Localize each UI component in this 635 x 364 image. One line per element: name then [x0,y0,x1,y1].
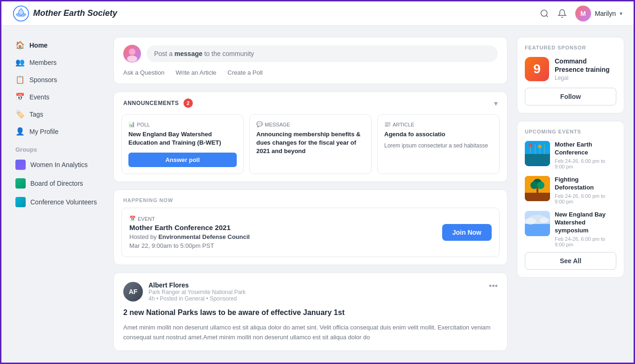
sidebar-item-tags[interactable]: 🏷️ Tags [11,106,104,122]
post-box: Post a message to the community Ask a Qu… [113,37,508,84]
announcement-article: 📰 ARTICLE Agenda fo associatio Lorem ips… [377,114,500,174]
sponsor-logo: 9 [525,57,549,81]
sidebar-item-myprofile[interactable]: 👤 My Profile [11,123,104,140]
event-thumb-conference [525,141,550,166]
tags-icon: 🏷️ [15,110,25,119]
svg-point-1 [541,10,547,16]
event-calendar-icon: 📅 [129,216,136,222]
main-content: Post a message to the community Ask a Qu… [113,37,508,351]
post-input-field[interactable]: Post a message to the community [147,45,498,62]
event-info: 📅 EVENT Mother Earth Conference 2021 Hos… [129,216,250,249]
article-icon: 📰 [384,121,391,127]
event-3-details: New England Bay Watershed symposium Feb … [555,211,616,247]
sidebar-item-women-analytics[interactable]: Women In Analytics [11,156,104,174]
groups-section-title: Groups [11,140,104,156]
svg-rect-23 [525,224,550,236]
event-thumb-deforestation [525,176,550,201]
post-author-info: Albert Flores Park Ranger at Yosemite Na… [148,281,246,302]
event-3-date: Feb 24-26, 6:00 pm to 9:00 pm [555,236,616,247]
sponsor-details: Command Presence training Legal [555,57,616,81]
upcoming-event-1[interactable]: Mother Earth Conference Feb 24-26, 6:00 … [525,141,616,169]
announcement-message-title: Announcing membership benefits & dues ch… [256,130,365,156]
event-1-details: Mother Earth Conference Feb 24-26, 6:00 … [555,141,616,169]
event-time: Mar 22, 9:00am to 5:00pm PST [129,242,250,249]
upcoming-events-title: UPCOMING EVENTS [525,129,616,134]
announcements-chevron-icon[interactable]: ▾ [494,99,498,108]
svg-line-2 [546,15,548,17]
create-poll-button[interactable]: Create a Poll [227,69,262,76]
chevron-down-icon: ▾ [620,10,622,17]
post-input-row: Post a message to the community [123,45,498,63]
avatar: M [575,6,591,21]
sidebar-item-conf-volunteers[interactable]: Conference Volunteers [11,193,104,211]
poll-icon: 📊 [128,121,135,127]
happening-now-event: 📅 EVENT Mother Earth Conference 2021 Hos… [121,208,500,257]
post-author-title: Park Ranger at Yosemite National Park [148,289,246,295]
right-sidebar: FEATURED SPONSOR 9 Command Presence trai… [517,37,624,351]
featured-sponsor-title: FEATURED SPONSOR [525,45,616,50]
answer-poll-button[interactable]: Answer poll [128,153,237,167]
announcements-badge: 2 [183,98,193,108]
event-host: Hosted by Environmental Defense Council [129,233,250,240]
svg-rect-6 [525,141,550,154]
see-all-events-button[interactable]: See All [525,252,616,270]
home-icon: 🏠 [15,41,25,49]
post-author-meta: 4h • Posted in General • Sponsored [148,295,246,302]
post-card-header: AF Albert Flores Park Ranger at Yosemite… [123,281,498,302]
events-icon: 📅 [15,92,25,101]
topnav-right: M Marilyn ▾ [540,6,622,21]
sidebar-item-home[interactable]: 🏠 Home [11,37,104,53]
post-menu-icon[interactable]: ••• [489,281,498,291]
message-icon: 💬 [256,121,263,127]
conf-volunteers-group-icon [15,197,26,207]
announcement-type-message: 💬 MESSAGE [256,121,365,127]
sponsor-name: Command Presence training [555,57,616,74]
sidebar-item-board-directors[interactable]: Board of Directors [11,175,104,192]
ask-question-button[interactable]: Ask a Question [123,69,164,76]
members-icon: 👥 [15,58,25,67]
sidebar-navigation: 🏠 Home 👥 Members 📋 Sponsors 📅 Events 🏷️ … [11,37,104,140]
page-layout: 🏠 Home 👥 Members 📋 Sponsors 📅 Events 🏷️ … [1,26,634,362]
user-menu[interactable]: M Marilyn ▾ [575,6,622,21]
sponsor-info: 9 Command Presence training Legal [525,57,616,81]
featured-sponsor-widget: FEATURED SPONSOR 9 Command Presence trai… [517,37,624,113]
join-now-button[interactable]: Join Now [442,224,492,241]
women-analytics-group-icon [15,160,26,170]
event-1-name: Mother Earth Conference [555,141,616,157]
announcement-article-title: Agenda fo associatio [384,130,493,139]
svg-point-19 [530,182,538,189]
board-directors-group-icon [15,178,26,189]
post-card-user: AF Albert Flores Park Ranger at Yosemite… [123,281,246,302]
sponsor-category: Legal [555,75,616,81]
happening-now-title: HAPPENING NOW [114,190,507,208]
happening-now-card: HAPPENING NOW 📅 EVENT Mother Earth Confe… [113,189,508,265]
follow-button[interactable]: Follow [525,88,616,105]
upcoming-events-widget: UPCOMING EVENTS Mother Earth Conference … [517,121,624,277]
svg-point-20 [537,182,544,189]
post-user-avatar [123,45,141,63]
event-title: Mother Earth Conference 2021 [129,224,250,231]
announcement-poll-title: New England Bay Watershed Education and … [128,130,237,147]
post-author-avatar: AF [123,282,143,301]
sidebar-item-members[interactable]: 👥 Members [11,54,104,70]
write-article-button[interactable]: Write an Article [176,69,216,76]
announcements-title: ANNOUNCEMENTS [123,100,179,106]
event-2-details: Fighting Deforestation Feb 24-26, 6:00 p… [555,176,616,204]
post-author-name: Albert Flores [148,281,246,289]
announcements-grid: 📊 POLL New England Bay Watershed Educati… [114,114,507,182]
sidebar-item-sponsors[interactable]: 📋 Sponsors [11,71,104,88]
announcement-type-poll: 📊 POLL [128,121,237,127]
search-icon[interactable] [540,9,549,18]
logo[interactable]: Mother Earth Society [13,5,117,22]
upcoming-event-3[interactable]: New England Bay Watershed symposium Feb … [525,211,616,247]
sidebar-item-events[interactable]: 📅 Events [11,89,104,105]
event-type-label: 📅 EVENT [129,216,250,222]
announcement-poll: 📊 POLL New England Bay Watershed Educati… [121,114,244,174]
event-3-name: New England Bay Watershed symposium [555,211,616,235]
left-sidebar: 🏠 Home 👥 Members 📋 Sponsors 📅 Events 🏷️ … [11,37,104,351]
upcoming-event-2[interactable]: Fighting Deforestation Feb 24-26, 6:00 p… [525,176,616,204]
notifications-icon[interactable] [557,9,567,18]
announcement-message: 💬 MESSAGE Announcing membership benefits… [249,114,372,174]
sponsors-icon: 📋 [15,75,25,84]
post-body: Amet minim mollit non deserunt ullamco e… [123,323,498,343]
